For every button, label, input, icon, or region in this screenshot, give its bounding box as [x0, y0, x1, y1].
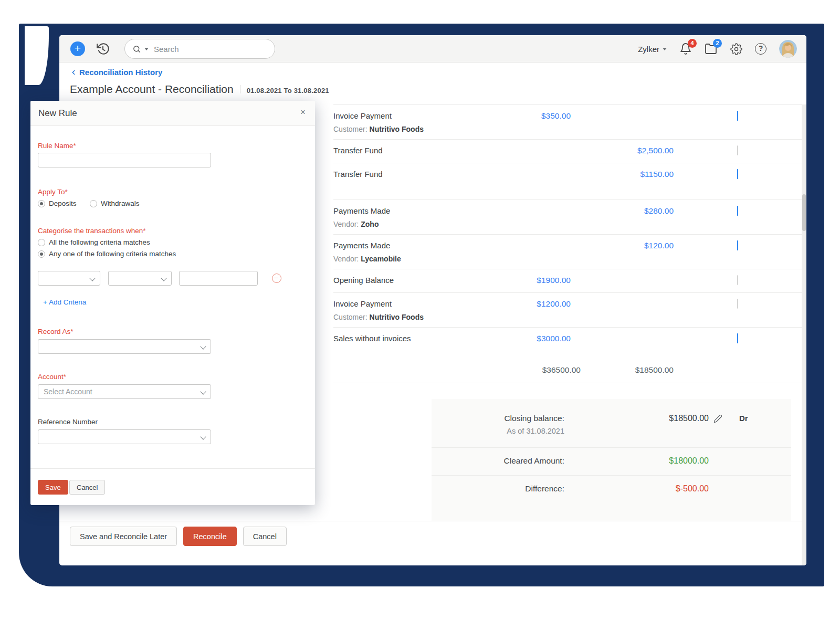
totals-row: $36500.00$18500.00	[333, 351, 802, 383]
notifications-button[interactable]: 4	[679, 43, 692, 55]
reconcile-button[interactable]: Reconcile	[183, 527, 237, 546]
documents-button[interactable]: 2	[705, 43, 717, 55]
date-range: 01.08.2021 To 31.08.2021	[247, 87, 329, 94]
transaction-type: Opening Balance	[333, 276, 466, 285]
table-row: Invoice Payment Customer:Nutritivo Foods…	[333, 104, 802, 139]
chevron-down-icon	[663, 48, 667, 50]
search-scope-caret-icon[interactable]	[144, 48, 149, 50]
closing-balance-value: $18500.00	[564, 414, 709, 423]
remove-criteria-icon[interactable]	[272, 274, 281, 283]
footer-divider	[59, 521, 806, 521]
apply-to-label: Apply To*	[38, 188, 68, 196]
criteria-value-input[interactable]	[179, 271, 258, 286]
closing-balance-date: As of 31.08.2021	[432, 427, 564, 435]
deposit-amount	[466, 146, 571, 163]
table-row: Payments Made Vendor:Lycamobile $120.00	[333, 234, 802, 269]
row-checkbox[interactable]	[737, 169, 738, 179]
org-switcher[interactable]: Zylker	[638, 45, 667, 54]
transaction-type: Invoice Payment	[333, 111, 466, 120]
criteria-comparator-select[interactable]	[108, 271, 172, 286]
apply-to-deposits-radio[interactable]: Deposits	[38, 200, 77, 207]
scrollbar-track	[802, 104, 806, 565]
row-checkbox[interactable]	[737, 240, 738, 250]
table-row: Transfer Fund $2,500.00	[333, 139, 802, 163]
transaction-type: Payments Made	[333, 206, 466, 215]
settings-button[interactable]	[730, 43, 742, 55]
new-rule-modal: New Rule × Rule Name* Apply To* Deposits…	[30, 101, 315, 505]
radio-icon	[38, 239, 45, 246]
notifications-badge: 4	[688, 39, 697, 48]
radio-icon	[38, 200, 45, 207]
row-checkbox[interactable]	[737, 299, 738, 309]
transactions-table: Invoice Payment Customer:Nutritivo Foods…	[333, 104, 802, 383]
withdrawal-total: $18500.00	[581, 365, 674, 383]
chevron-left-icon	[70, 69, 77, 76]
difference-label: Difference:	[432, 484, 564, 494]
row-checkbox[interactable]	[737, 333, 738, 343]
row-checkbox[interactable]	[737, 206, 738, 216]
radio-label: Deposits	[49, 200, 77, 207]
quick-create-button[interactable]: +	[70, 41, 85, 56]
withdrawal-amount	[571, 334, 674, 351]
reconcile-summary: Closing balance: As of 31.08.2021 $18500…	[432, 399, 791, 521]
search-bar[interactable]	[124, 39, 275, 59]
categorise-label: Categorise the transactions when*	[38, 227, 146, 235]
withdrawal-amount: $280.00	[571, 206, 674, 234]
edit-closing-balance-button[interactable]	[713, 414, 722, 425]
deposit-amount: $350.00	[466, 111, 571, 139]
deposit-amount	[466, 170, 571, 200]
transaction-contact: Customer:Nutritivo Foods	[333, 313, 466, 321]
breadcrumb[interactable]: Reconciliation History	[70, 68, 162, 77]
account-select[interactable]: Select Account	[38, 384, 211, 399]
radio-label: All the following criteria matches	[49, 238, 150, 246]
row-checkbox[interactable]	[737, 275, 738, 285]
withdrawal-amount	[571, 111, 674, 139]
documents-badge: 2	[713, 39, 722, 48]
radio-label: Withdrawals	[101, 200, 140, 207]
help-button[interactable]: ?	[755, 43, 766, 55]
row-checkbox[interactable]	[737, 111, 738, 121]
record-as-select[interactable]	[38, 339, 211, 354]
save-rule-button[interactable]: Save	[38, 480, 68, 495]
row-checkbox[interactable]	[737, 145, 738, 155]
transaction-type: Transfer Fund	[333, 170, 466, 178]
withdrawal-amount: $120.00	[571, 241, 674, 269]
add-criteria-link[interactable]: + Add Criteria	[43, 298, 86, 306]
transaction-contact: Customer:Nutritivo Foods	[333, 125, 466, 133]
criteria-field-select[interactable]	[38, 271, 100, 286]
close-icon[interactable]: ×	[300, 107, 306, 118]
table-row: Opening Balance $1900.00	[333, 269, 802, 292]
scrollbar-thumb[interactable]	[802, 194, 806, 231]
criteria-any-radio[interactable]: Any one of the following criteria matche…	[38, 250, 176, 258]
save-and-reconcile-later-button[interactable]: Save and Reconcile Later	[70, 527, 177, 546]
deposit-amount: $3000.00	[466, 334, 571, 351]
account-label: Account*	[38, 373, 66, 381]
reference-number-select[interactable]	[38, 429, 211, 444]
withdrawal-amount	[571, 276, 674, 292]
apply-to-withdrawals-radio[interactable]: Withdrawals	[90, 200, 140, 207]
closing-balance-label: Closing balance:	[432, 414, 564, 423]
cancel-rule-button[interactable]: Cancel	[69, 480, 105, 495]
cancel-reconcile-button[interactable]: Cancel	[243, 527, 287, 546]
transaction-type: Payments Made	[333, 241, 466, 250]
difference-value: $-500.00	[564, 484, 709, 494]
user-avatar[interactable]	[779, 40, 797, 58]
table-row: Sales without invoices $3000.00	[333, 327, 802, 351]
withdrawal-amount: $2,500.00	[571, 146, 674, 163]
page-title: Example Account - Reconciliation	[70, 83, 234, 96]
recent-history-icon[interactable]	[96, 41, 110, 56]
closing-balance-drcr: Dr	[739, 414, 748, 423]
deposit-amount	[466, 206, 571, 234]
table-row: Invoice Payment Customer:Nutritivo Foods…	[333, 292, 802, 327]
cleared-amount-row: Cleared Amount: $18000.00	[432, 447, 791, 475]
org-name: Zylker	[638, 45, 659, 54]
criteria-all-radio[interactable]: All the following criteria matches	[38, 238, 150, 246]
rule-name-input[interactable]	[38, 153, 211, 167]
deposit-amount	[466, 241, 571, 269]
modal-title: New Rule	[38, 108, 77, 119]
search-input[interactable]	[154, 45, 248, 54]
transaction-contact: Vendor:Zoho	[333, 220, 466, 228]
cleared-amount-label: Cleared Amount:	[432, 456, 564, 466]
table-row: Payments Made Vendor:Zoho $280.00	[333, 200, 802, 234]
gear-icon	[730, 43, 742, 55]
